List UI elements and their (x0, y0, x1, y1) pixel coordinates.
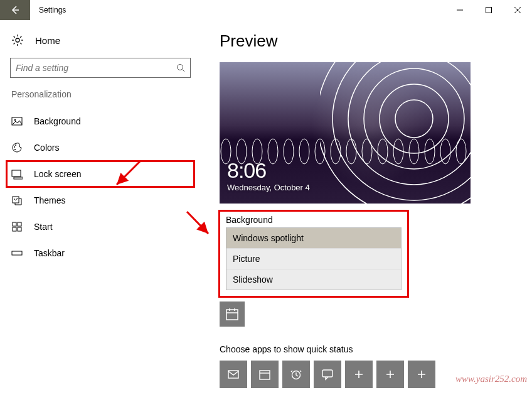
palette-icon (11, 142, 23, 153)
quick-status-button[interactable] (314, 361, 341, 388)
titlebar: Settings (0, 0, 532, 20)
svg-line-11 (183, 70, 185, 72)
svg-point-41 (378, 139, 388, 164)
search-input[interactable] (16, 63, 176, 73)
sidebar-home[interactable]: Home (6, 29, 194, 58)
sidebar-item-background[interactable]: Background (6, 108, 194, 134)
sidebar-item-label: Themes (34, 195, 66, 205)
annotation-arrow (112, 158, 143, 190)
svg-rect-0 (486, 8, 492, 13)
sidebar-section-label: Personalization (6, 89, 194, 108)
quick-status-button[interactable] (251, 361, 279, 388)
alarm-icon (290, 368, 302, 381)
svg-point-40 (362, 139, 372, 164)
quick-status-add-button[interactable] (376, 361, 404, 388)
sidebar-item-colors[interactable]: Colors (6, 134, 194, 161)
svg-point-25 (395, 100, 433, 138)
svg-line-57 (187, 212, 208, 234)
add-icon (353, 368, 365, 381)
svg-line-7 (20, 43, 21, 44)
svg-line-8 (20, 36, 21, 38)
sidebar-item-label: Background (34, 116, 81, 126)
svg-rect-24 (12, 251, 22, 255)
svg-rect-47 (226, 310, 238, 320)
quick-status-button[interactable] (220, 361, 247, 388)
sidebar-item-lock-screen[interactable]: Lock screen (6, 161, 194, 187)
close-button[interactable] (503, 0, 532, 20)
svg-rect-52 (260, 371, 270, 379)
preview-date: Wednesday, October 4 (227, 183, 310, 192)
quick-status-add-button[interactable] (408, 361, 435, 388)
preview-clock: 8:06 Wednesday, October 4 (227, 158, 310, 192)
sidebar-item-themes[interactable]: Themes (6, 187, 194, 214)
background-option[interactable]: Picture (226, 249, 401, 269)
background-dropdown-options: Windows spotlight Picture Slideshow (226, 227, 402, 290)
svg-point-14 (14, 146, 15, 148)
quick-status-add-button[interactable] (345, 361, 373, 388)
messaging-icon (321, 368, 334, 381)
add-icon (415, 368, 428, 381)
back-button[interactable] (0, 0, 30, 20)
sidebar-item-label: Taskbar (34, 248, 65, 258)
svg-rect-23 (18, 227, 21, 231)
maximize-icon (486, 7, 492, 13)
svg-line-6 (14, 36, 15, 38)
svg-rect-55 (322, 370, 332, 377)
taskbar-icon (11, 247, 23, 259)
svg-rect-22 (13, 227, 16, 231)
detailed-status-app-button[interactable] (220, 302, 245, 327)
minimize-button[interactable] (445, 0, 474, 20)
svg-rect-51 (228, 371, 238, 378)
sidebar-item-label: Start (34, 222, 53, 232)
arrow-left-icon (10, 5, 20, 15)
quick-status-label: Choose apps to show quick status (220, 344, 517, 354)
close-icon (514, 7, 521, 13)
annotation-arrow (182, 209, 213, 240)
svg-line-56 (117, 161, 140, 185)
gear-icon (11, 34, 24, 46)
background-label: Background (226, 215, 402, 225)
svg-point-37 (315, 139, 325, 164)
svg-point-38 (331, 139, 341, 164)
calendar-icon (258, 368, 271, 381)
sidebar-item-start[interactable]: Start (6, 214, 194, 240)
themes-icon (11, 195, 23, 206)
sidebar: Home Personalization Background Colors L… (0, 20, 201, 402)
window-title: Settings (30, 0, 66, 20)
preview-arcs (320, 62, 471, 204)
svg-point-10 (178, 65, 183, 70)
sidebar-item-label: Lock screen (34, 169, 81, 179)
svg-point-1 (16, 38, 19, 42)
svg-point-43 (409, 139, 419, 164)
svg-point-46 (456, 139, 466, 164)
svg-point-16 (14, 149, 16, 150)
background-section: Background Windows spotlight Picture Sli… (220, 211, 408, 296)
content: Preview 8:06 Wednesday, October 4 Backgr… (201, 20, 532, 402)
sidebar-item-label: Colors (34, 143, 59, 153)
background-option[interactable]: Windows spotlight (226, 228, 401, 249)
svg-rect-20 (13, 222, 16, 226)
background-option[interactable]: Slideshow (226, 269, 401, 290)
svg-rect-18 (14, 177, 23, 179)
calendar-icon (225, 307, 239, 321)
quick-status-button[interactable] (282, 361, 310, 388)
svg-rect-19 (13, 197, 19, 203)
lock-screen-preview: 8:06 Wednesday, October 4 (220, 62, 471, 204)
svg-point-45 (440, 139, 450, 164)
sidebar-item-taskbar[interactable]: Taskbar (6, 240, 194, 266)
search-icon (176, 63, 185, 72)
minimize-icon (457, 7, 463, 13)
svg-line-9 (14, 43, 15, 44)
watermark: www.yasir252.com (455, 374, 527, 384)
maximize-button[interactable] (474, 0, 503, 20)
picture-icon (11, 116, 23, 127)
mail-icon (227, 368, 240, 381)
add-icon (384, 368, 396, 381)
start-icon (11, 221, 23, 232)
preview-time: 8:06 (227, 158, 310, 183)
search-input-container[interactable] (10, 58, 191, 78)
preview-heading: Preview (220, 31, 517, 51)
svg-point-13 (14, 119, 16, 121)
svg-point-39 (346, 139, 356, 164)
svg-point-15 (15, 144, 16, 146)
